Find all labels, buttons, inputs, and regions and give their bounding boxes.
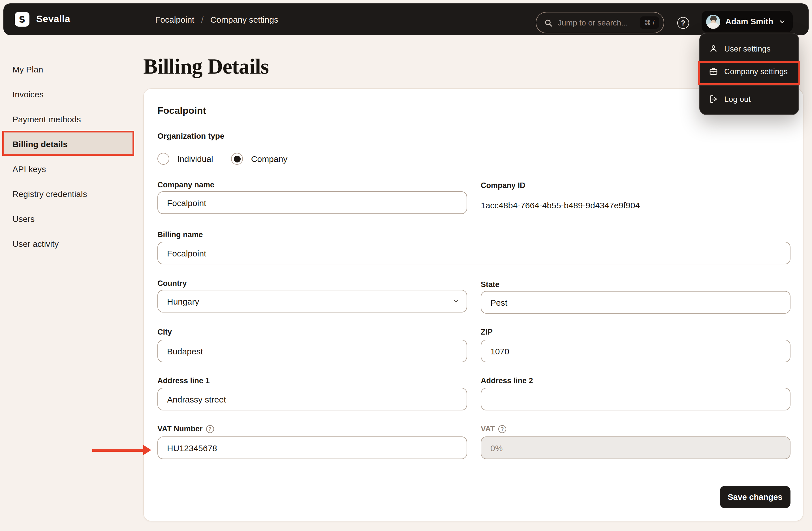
company-name-label: Company name [157,181,214,189]
chevron-down-icon [778,18,786,25]
top-bar: S Sevalla Focalpoint / Company settings … [3,3,809,35]
sidebar-item-payment-methods[interactable]: Payment methods [3,106,134,131]
breadcrumb-org[interactable]: Focalpoint [155,14,194,24]
radio-dot [234,156,241,162]
country-select-value[interactable] [157,290,467,312]
user-menu-button[interactable]: Adam Smith [701,11,793,32]
vat-label: VAT ? [481,425,506,433]
sidebar-item-invoices[interactable]: Invoices [3,82,134,106]
app-root: S Sevalla Focalpoint / Company settings … [0,0,812,531]
zip-label: ZIP [481,328,493,336]
address-line-1-input[interactable] [157,388,467,410]
city-label: City [157,328,172,336]
vat-number-input[interactable] [157,437,467,459]
log-out-icon [709,94,718,104]
billing-name-input[interactable] [157,242,791,264]
billing-details-card: Focalpoint Organization type Individual … [143,88,803,521]
search-shortcut-badge: ⌘ / [640,16,659,29]
sidebar-nav: My Plan Invoices Payment methods Billing… [3,57,134,256]
country-select[interactable] [157,290,467,312]
breadcrumb: Focalpoint / Company settings [155,3,278,35]
company-id-value: 1acc48b4-7664-4b55-b489-9d4347e9f904 [481,201,640,210]
state-input[interactable] [481,291,791,314]
save-changes-button[interactable]: Save changes [720,486,791,508]
sidebar-item-user-activity[interactable]: User activity [3,231,134,256]
radio-company[interactable] [231,153,243,165]
vat-number-help-icon[interactable]: ? [206,425,214,433]
page-title: Billing Details [143,54,269,79]
radio-individual[interactable] [157,153,169,165]
user-icon [709,44,718,53]
annotation-box-billing-details [2,131,134,156]
vat-label-text: VAT [481,425,495,433]
sidebar-item-api-keys[interactable]: API keys [3,156,134,181]
menu-item-label: Log out [724,94,751,104]
question-icon: ? [681,19,685,27]
organization-type-radio-group: Individual Company [157,153,298,165]
vat-help-icon[interactable]: ? [498,425,506,433]
sevalla-logo-icon: S [15,12,29,27]
billing-name-label: Billing name [157,231,203,239]
breadcrumb-separator: / [201,14,203,24]
annotation-box-company-settings [698,61,800,85]
annotation-arrow-head [143,445,151,455]
search-input[interactable] [558,18,640,27]
breadcrumb-page[interactable]: Company settings [211,14,278,24]
radio-company-label: Company [251,154,287,164]
country-label: Country [157,279,187,287]
zip-input[interactable] [481,340,791,362]
avatar [706,14,720,29]
menu-item-label: User settings [724,44,770,53]
annotation-arrow-vat-number [92,445,151,455]
brand[interactable]: S Sevalla [15,12,70,27]
user-name: Adam Smith [725,17,773,26]
vat-number-label: VAT Number ? [157,425,214,433]
search-icon [544,18,553,27]
address-line-2-input[interactable] [481,388,791,410]
state-label: State [481,280,499,289]
sidebar-item-users[interactable]: Users [3,206,134,231]
vat-input [481,437,791,459]
address-line-1-label: Address line 1 [157,377,210,385]
sidebar-item-registry-credentials[interactable]: Registry credentials [3,181,134,206]
global-search[interactable]: ⌘ / [536,12,664,33]
organization-type-label: Organization type [157,131,224,141]
card-title: Focalpoint [157,105,206,117]
help-button[interactable]: ? [677,17,689,29]
menu-divider [700,85,798,86]
address-line-2-label: Address line 2 [481,377,533,385]
radio-individual-label: Individual [177,154,213,164]
brand-name: Sevalla [36,14,70,25]
city-input[interactable] [157,340,467,362]
annotation-arrow-shaft [92,448,144,452]
company-id-label: Company ID [481,181,525,190]
vat-number-label-text: VAT Number [157,425,203,433]
menu-item-user-settings[interactable]: User settings [700,38,798,60]
menu-item-log-out[interactable]: Log out [700,88,798,110]
sidebar-item-my-plan[interactable]: My Plan [3,57,134,82]
company-name-input[interactable] [157,191,467,214]
